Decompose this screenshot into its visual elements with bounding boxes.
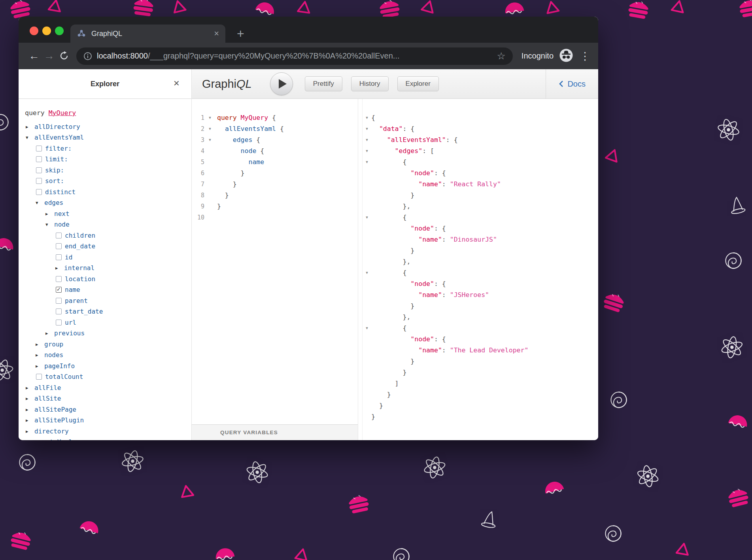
checkbox[interactable]	[36, 374, 42, 380]
query-name-row[interactable]: queryMyQuery	[25, 108, 191, 119]
editor-line-5: 5 name	[192, 157, 358, 168]
fold-arrow-icon[interactable]: ▾	[363, 134, 371, 146]
browser-tab[interactable]: GraphiQL ×	[70, 25, 225, 43]
collapse-arrow-icon[interactable]: ▾	[26, 132, 34, 143]
tree-item-allEventsYaml[interactable]: ▾allEventsYaml	[25, 132, 191, 143]
fold-spacer	[363, 223, 371, 234]
tab-close-icon[interactable]: ×	[214, 29, 219, 38]
tree-item-start_date[interactable]: start_date	[25, 306, 191, 317]
checkbox[interactable]	[56, 243, 62, 249]
tree-item-internal[interactable]: ▸internal	[25, 263, 191, 274]
collapse-arrow-icon[interactable]: ▾	[45, 219, 54, 230]
tree-item-nodes[interactable]: ▸nodes	[25, 350, 191, 361]
reload-icon[interactable]	[57, 50, 72, 62]
tree-item-sort[interactable]: sort:	[25, 176, 191, 187]
tri-doodle-icon	[177, 482, 197, 503]
expand-arrow-icon[interactable]: ▸	[45, 328, 54, 339]
tree-item-totalCount[interactable]: totalCount	[25, 371, 191, 382]
tree-item-location[interactable]: location	[25, 274, 191, 285]
checkbox[interactable]	[36, 189, 42, 195]
query-editor[interactable]: 1▾query MyQuery {2▾ allEventsYaml {3▾ ed…	[192, 99, 358, 424]
expand-arrow-icon[interactable]: ▸	[26, 415, 34, 426]
explorer-close-icon[interactable]: ×	[174, 77, 179, 89]
forward-icon[interactable]: →	[42, 50, 57, 62]
minimize-window-button[interactable]	[42, 26, 51, 35]
expand-arrow-icon[interactable]: ▸	[26, 437, 34, 440]
tree-item-eventsYaml[interactable]: ▸eventsYaml	[25, 437, 191, 440]
tree-item-filter[interactable]: filter:	[25, 143, 191, 154]
pane-resizer[interactable]	[358, 99, 363, 440]
address-bar[interactable]: localhost:8000/___graphql?query=query%20…	[76, 47, 513, 65]
tree-item-allDirectory[interactable]: ▸allDirectory	[25, 121, 191, 132]
fold-arrow-icon[interactable]: ▾	[363, 323, 371, 334]
checkbox[interactable]	[56, 233, 62, 238]
fold-arrow-icon[interactable]: ▾	[363, 212, 371, 223]
query-name[interactable]: MyQuery	[49, 109, 76, 117]
tree-item-distinct[interactable]: distinct	[25, 187, 191, 198]
tree-item-id[interactable]: id	[25, 252, 191, 263]
checkbox[interactable]	[36, 146, 42, 151]
execute-query-button[interactable]	[270, 72, 293, 95]
docs-link[interactable]: Docs	[546, 69, 598, 98]
taco-doodle-icon	[74, 509, 106, 542]
checkbox[interactable]	[36, 156, 42, 162]
expand-arrow-icon[interactable]: ▸	[36, 339, 44, 350]
expand-arrow-icon[interactable]: ▸	[36, 361, 44, 372]
fold-arrow-icon[interactable]: ▾	[206, 134, 214, 146]
maximize-window-button[interactable]	[55, 26, 64, 35]
fold-arrow-icon[interactable]: ▾	[363, 112, 371, 123]
tree-item-url[interactable]: url	[25, 317, 191, 328]
fold-arrow-icon[interactable]: ▾	[363, 123, 371, 134]
checkbox-checked[interactable]: ✓	[56, 287, 62, 293]
tree-item-node[interactable]: ▾node	[25, 219, 191, 230]
explorer-toggle-button[interactable]: Explorer	[397, 76, 439, 91]
expand-arrow-icon[interactable]: ▸	[26, 404, 34, 415]
expand-arrow-icon[interactable]: ▸	[36, 350, 44, 361]
checkbox[interactable]	[56, 308, 62, 314]
tree-item-skip[interactable]: skip:	[25, 165, 191, 176]
back-icon[interactable]: ←	[26, 50, 42, 62]
expand-arrow-icon[interactable]: ▸	[26, 426, 34, 437]
tree-item-end_date[interactable]: end_date	[25, 241, 191, 252]
close-window-button[interactable]	[30, 26, 38, 35]
tree-item-edges[interactable]: ▾edges	[25, 197, 191, 208]
tree-item-group[interactable]: ▸group	[25, 339, 191, 350]
prettify-button[interactable]: Prettify	[305, 76, 342, 91]
browser-menu-icon[interactable]: ⋮	[580, 50, 590, 62]
history-button[interactable]: History	[351, 76, 389, 91]
tree-item-next[interactable]: ▸next	[25, 208, 191, 219]
checkbox[interactable]	[56, 276, 62, 282]
checkbox[interactable]	[56, 320, 62, 325]
checkbox[interactable]	[56, 254, 62, 260]
expand-arrow-icon[interactable]: ▸	[26, 382, 34, 394]
expand-arrow-icon[interactable]: ▸	[55, 263, 64, 274]
tree-item-allSitePage[interactable]: ▸allSitePage	[25, 404, 191, 415]
collapse-arrow-icon[interactable]: ▾	[36, 197, 44, 208]
expand-arrow-icon[interactable]: ▸	[45, 208, 54, 219]
fold-arrow-icon[interactable]: ▾	[206, 123, 214, 134]
fold-arrow-icon[interactable]: ▾	[206, 112, 214, 123]
checkbox[interactable]	[36, 167, 42, 173]
tree-item-parent[interactable]: parent	[25, 295, 191, 306]
page-info-icon[interactable]	[83, 52, 92, 61]
tree-item-pageInfo[interactable]: ▸pageInfo	[25, 361, 191, 372]
tree-item-directory[interactable]: ▸directory	[25, 426, 191, 437]
fold-arrow-icon[interactable]: ▾	[363, 146, 371, 157]
tree-item-limit[interactable]: limit:	[25, 154, 191, 165]
checkbox[interactable]	[36, 178, 42, 184]
new-tab-button[interactable]: +	[237, 28, 244, 40]
fold-arrow-icon[interactable]: ▾	[363, 157, 371, 168]
expand-arrow-icon[interactable]: ▸	[26, 393, 34, 404]
tree-item-allSite[interactable]: ▸allSite	[25, 393, 191, 404]
checkbox[interactable]	[56, 298, 62, 304]
tree-item-previous[interactable]: ▸previous	[25, 328, 191, 339]
explorer-title: Explorer	[91, 80, 119, 88]
tree-item-allSitePlugin[interactable]: ▸allSitePlugin	[25, 415, 191, 426]
expand-arrow-icon[interactable]: ▸	[26, 121, 34, 132]
tree-item-children[interactable]: children	[25, 230, 191, 241]
bookmark-star-icon[interactable]: ☆	[497, 50, 505, 62]
variables-bar[interactable]: QUERY VARIABLES	[192, 424, 358, 440]
tree-item-allFile[interactable]: ▸allFile	[25, 382, 191, 394]
tree-item-name[interactable]: ✓name	[25, 284, 191, 295]
fold-arrow-icon[interactable]: ▾	[363, 267, 371, 278]
